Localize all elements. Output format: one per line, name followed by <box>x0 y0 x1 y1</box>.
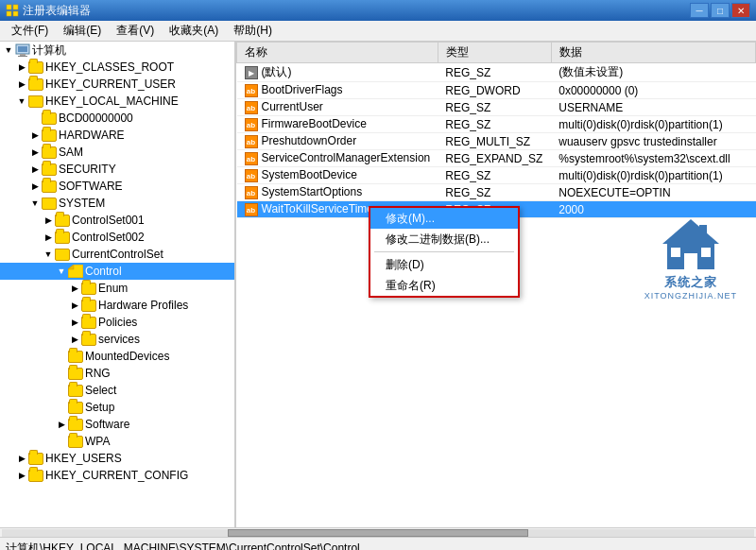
col-header-type[interactable]: 类型 <box>438 43 551 63</box>
tree-item-controlset002[interactable]: ControlSet002 <box>0 229 234 246</box>
folder-icon-rng <box>68 366 83 381</box>
tree-label-control: Control <box>85 265 122 278</box>
registry-table: 名称 类型 数据 ▶(默认) REG_SZ (数值未设置) abBootDriv… <box>236 42 756 218</box>
tree-item-software-sys[interactable]: Software <box>0 416 234 433</box>
tree-item-sam[interactable]: SAM <box>0 144 234 161</box>
table-row[interactable]: abBootDriverFlags REG_DWORD 0x00000000 (… <box>237 82 756 99</box>
tree-item-hardware[interactable]: HARDWARE <box>0 127 234 144</box>
table-row[interactable]: abSystemStartOptions REG_SZ NOEXECUTE=OP… <box>237 184 756 201</box>
tree-item-hardware-profiles[interactable]: Hardware Profiles <box>0 297 234 314</box>
tree-label-enum: Enum <box>98 282 128 295</box>
minimize-button[interactable]: ─ <box>690 3 709 18</box>
tree-item-system[interactable]: SYSTEM <box>0 195 234 212</box>
table-row[interactable]: abServiceControlManagerExtension REG_EXP… <box>237 150 756 167</box>
title-bar: 注册表编辑器 ─ □ ✕ <box>0 0 756 21</box>
scroll-thumb[interactable] <box>228 529 528 537</box>
table-row[interactable]: abSystemBootDevice REG_SZ multi(0)disk(0… <box>237 167 756 184</box>
table-row[interactable]: ▶(默认) REG_SZ (数值未设置) <box>237 63 756 82</box>
computer-icon <box>15 43 30 58</box>
tree-item-security[interactable]: SECURITY <box>0 161 234 178</box>
col-header-name[interactable]: 名称 <box>237 43 438 63</box>
watermark-text2: XITONGZHIJIA.NET <box>644 291 737 301</box>
context-menu-item-modify-binary[interactable]: 修改二进制数据(B)... <box>370 229 518 249</box>
svg-rect-2 <box>7 11 11 16</box>
cell-type: REG_SZ <box>438 184 551 201</box>
registry-tree[interactable]: 计算机 HKEY_CLASSES_ROOT HKEY_CURRENT_USER … <box>0 42 236 527</box>
tree-item-currentcontrolset[interactable]: CurrentControlSet <box>0 246 234 263</box>
cell-data: 0x00000000 (0) <box>551 82 755 99</box>
tree-item-classes-root[interactable]: HKEY_CLASSES_ROOT <box>0 59 234 76</box>
context-menu-item-delete[interactable]: 删除(D) <box>370 254 518 275</box>
tree-label-currentcontrolset: CurrentControlSet <box>72 248 163 261</box>
cell-type: REG_SZ <box>438 116 551 133</box>
cell-name: abCurrentUser <box>237 99 438 116</box>
tree-item-software-top[interactable]: SOFTWARE <box>0 178 234 195</box>
menu-edit[interactable]: 编辑(E) <box>56 21 109 41</box>
cell-type: REG_DWORD <box>438 82 551 99</box>
menu-help[interactable]: 帮助(H) <box>226 21 280 41</box>
folder-icon-services <box>81 332 96 347</box>
tree-item-bcd[interactable]: BCD00000000 <box>0 110 234 127</box>
svg-rect-11 <box>699 225 707 238</box>
tree-item-controlset001[interactable]: ControlSet001 <box>0 212 234 229</box>
cell-name: abSystemStartOptions <box>237 184 438 201</box>
tree-item-current-user[interactable]: HKEY_CURRENT_USER <box>0 76 234 93</box>
context-menu-item-rename[interactable]: 重命名(R) <box>370 275 518 296</box>
tree-arrow-hardware-profiles <box>68 297 81 314</box>
tree-item-policies[interactable]: Policies <box>0 314 234 331</box>
tree-arrow-computer <box>2 42 15 59</box>
tree-arrow-software-sys <box>55 416 68 433</box>
cell-data: %systemroot%\system32\scext.dll <box>551 150 755 167</box>
maximize-button[interactable]: □ <box>711 3 730 18</box>
cell-name: abServiceControlManagerExtension <box>237 150 438 167</box>
tree-item-local-machine[interactable]: HKEY_LOCAL_MACHINE <box>0 93 234 110</box>
svg-rect-0 <box>7 5 11 9</box>
menu-file[interactable]: 文件(F) <box>4 21 56 41</box>
cell-name: abBootDriverFlags <box>237 82 438 99</box>
tree-item-select[interactable]: Select <box>0 382 234 399</box>
menu-view[interactable]: 查看(V) <box>109 21 162 41</box>
tree-item-computer[interactable]: 计算机 <box>0 42 234 59</box>
tree-label-software-sys: Software <box>85 418 129 431</box>
folder-icon-hardware-profiles <box>81 298 96 313</box>
tree-arrow-classes-root <box>15 59 28 76</box>
cell-data: USERNAME <box>551 99 755 116</box>
folder-icon-classes-root <box>28 60 43 75</box>
col-header-data[interactable]: 数据 <box>551 43 755 63</box>
tree-item-hkey-current-config[interactable]: HKEY_CURRENT_CONFIG <box>0 467 234 484</box>
tree-arrow-setup <box>55 399 68 416</box>
close-button[interactable]: ✕ <box>731 3 750 18</box>
tree-item-hkey-users[interactable]: HKEY_USERS <box>0 450 234 467</box>
context-menu: 修改(M)... 修改二进制数据(B)... 删除(D) 重命名(R) <box>369 206 520 298</box>
table-row[interactable]: abPreshutdownOrder REG_MULTI_SZ wuauserv… <box>237 133 756 150</box>
tree-label-wpa: WPA <box>85 435 110 448</box>
tree-label-controlset002: ControlSet002 <box>72 231 145 244</box>
tree-item-control[interactable]: Control <box>0 263 234 280</box>
tree-label-setup: Setup <box>85 401 114 414</box>
tree-label-hkey-current-config: HKEY_CURRENT_CONFIG <box>45 469 188 482</box>
folder-icon-hardware <box>42 128 57 143</box>
tree-arrow-hkey-users <box>15 450 28 467</box>
tree-item-services[interactable]: services <box>0 331 234 348</box>
tree-item-mounteddevices[interactable]: MountedDevices <box>0 348 234 365</box>
context-menu-item-modify[interactable]: 修改(M)... <box>370 208 518 229</box>
menu-favorites[interactable]: 收藏夹(A) <box>162 21 226 41</box>
tree-arrow-current-user <box>15 76 28 93</box>
table-row[interactable]: abFirmwareBootDevice REG_SZ multi(0)disk… <box>237 116 756 133</box>
svg-rect-5 <box>18 46 27 52</box>
cell-type: REG_SZ <box>438 167 551 184</box>
cell-type: REG_SZ <box>438 99 551 116</box>
horizontal-scrollbar[interactable] <box>0 527 756 537</box>
tree-item-setup[interactable]: Setup <box>0 399 234 416</box>
tree-item-wpa[interactable]: WPA <box>0 433 234 450</box>
tree-arrow-rng <box>55 365 68 382</box>
window-controls[interactable]: ─ □ ✕ <box>690 3 750 18</box>
svg-rect-13 <box>684 253 697 269</box>
tree-item-enum[interactable]: Enum <box>0 280 234 297</box>
svg-rect-7 <box>18 56 27 57</box>
table-row[interactable]: abCurrentUser REG_SZ USERNAME <box>237 99 756 116</box>
scroll-track[interactable] <box>2 529 754 537</box>
tree-item-rng[interactable]: RNG <box>0 365 234 382</box>
tree-arrow-control <box>55 263 68 280</box>
tree-arrow-hkey-current-config <box>15 467 28 484</box>
